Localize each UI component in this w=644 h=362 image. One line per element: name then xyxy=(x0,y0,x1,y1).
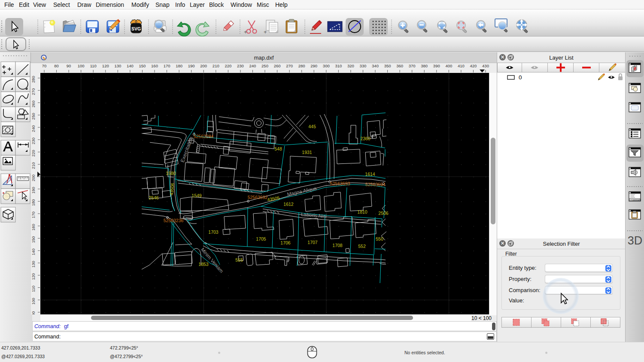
svg-text:400: 400 xyxy=(445,63,452,68)
svg-text:270: 270 xyxy=(286,63,293,68)
svg-text:220: 220 xyxy=(225,63,231,68)
svg-text:548: 548 xyxy=(274,146,282,151)
svg-text:52563693: 52563693 xyxy=(330,181,350,186)
svg-text:430: 430 xyxy=(482,63,489,68)
svg-text:1708: 1708 xyxy=(332,243,343,248)
svg-text:110: 110 xyxy=(90,63,97,68)
svg-text:1707: 1707 xyxy=(307,240,318,245)
svg-text:140: 140 xyxy=(127,63,134,68)
svg-text:1931: 1931 xyxy=(302,150,312,155)
svg-text:390: 390 xyxy=(433,63,440,68)
svg-text:310: 310 xyxy=(335,63,342,68)
svg-text:180: 180 xyxy=(176,63,182,68)
svg-text:445: 445 xyxy=(308,124,316,129)
svg-text:170: 170 xyxy=(164,63,170,68)
svg-text:3D: 3D xyxy=(628,234,643,247)
svg-text:150: 150 xyxy=(139,63,146,68)
svg-text:< command: < command xyxy=(631,199,641,201)
svg-text:260: 260 xyxy=(274,63,281,68)
svg-text:1614: 1614 xyxy=(365,172,375,177)
svg-text:70: 70 xyxy=(42,63,47,68)
svg-text:190: 190 xyxy=(188,63,195,68)
svg-text:52563692: 52563692 xyxy=(248,195,268,200)
svg-text:52563236: 52563236 xyxy=(164,218,184,223)
svg-text:550: 550 xyxy=(376,236,383,241)
svg-text:1549: 1549 xyxy=(191,193,202,198)
svg-text:2546: 2546 xyxy=(149,195,159,200)
svg-text:410: 410 xyxy=(458,63,465,68)
svg-text:555: 555 xyxy=(235,257,243,262)
svg-text:80: 80 xyxy=(54,63,59,68)
svg-text:120: 120 xyxy=(102,63,109,68)
svg-text:52563694: 52563694 xyxy=(365,182,386,187)
svg-text:340: 340 xyxy=(372,63,379,68)
svg-text:160: 160 xyxy=(151,63,158,68)
svg-text:280: 280 xyxy=(298,63,305,68)
svg-text:290: 290 xyxy=(310,63,317,68)
svg-text:552: 552 xyxy=(358,244,366,249)
svg-text:360: 360 xyxy=(396,63,403,68)
svg-text:240: 240 xyxy=(249,63,256,68)
svg-text:380: 380 xyxy=(421,63,428,68)
svg-text:250: 250 xyxy=(261,63,268,68)
svg-text:130: 130 xyxy=(114,63,121,68)
svg-text:1612: 1612 xyxy=(283,202,294,207)
svg-text:0: 0 xyxy=(519,74,522,81)
svg-text:350: 350 xyxy=(384,63,391,68)
svg-text:2360: 2360 xyxy=(360,136,371,141)
svg-text:1810: 1810 xyxy=(357,209,368,214)
svg-text:370: 370 xyxy=(409,63,416,68)
svg-text:100: 100 xyxy=(78,63,85,68)
svg-text:300: 300 xyxy=(323,63,330,68)
svg-text:52563284: 52563284 xyxy=(194,134,214,139)
svg-text:320: 320 xyxy=(347,63,354,68)
svg-text:1853: 1853 xyxy=(198,262,209,267)
svg-text:210: 210 xyxy=(213,63,219,68)
svg-text:2506: 2506 xyxy=(378,211,389,216)
svg-text:1705: 1705 xyxy=(256,236,266,241)
svg-text:420: 420 xyxy=(470,63,477,68)
svg-text:90: 90 xyxy=(67,63,71,68)
svg-text:200: 200 xyxy=(200,63,207,68)
svg-text:330: 330 xyxy=(360,63,367,68)
svg-text:1706: 1706 xyxy=(280,240,291,245)
svg-text:1580: 1580 xyxy=(166,171,176,176)
svg-text:1703: 1703 xyxy=(208,229,219,235)
svg-text:230: 230 xyxy=(237,63,244,68)
